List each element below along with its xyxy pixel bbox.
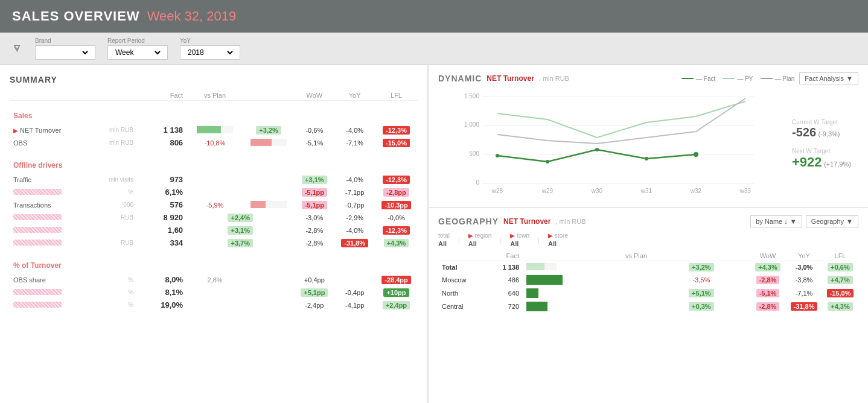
brand-select[interactable] <box>35 45 95 60</box>
vsplan-badge: +3,2% <box>256 126 281 135</box>
vsplan-badge-central: +0,3% <box>689 302 714 311</box>
sales-section-label: Sales <box>13 112 414 120</box>
dynamic-chart-section: DYNAMIC NET Turnover , mln RUB — Fact — … <box>429 65 868 208</box>
row-label-redacted3 <box>10 224 95 236</box>
geo-row-bar-central <box>523 300 653 313</box>
row-label-traffic: Traffic <box>10 173 95 186</box>
dropdown-arrow-icon: ▼ <box>846 75 853 82</box>
geography-dropdown[interactable]: Geography ▼ <box>806 215 858 227</box>
lfl-badge-moscow: +4,7% <box>828 276 853 284</box>
sort-dropdown[interactable]: by Name ↓ ▼ <box>750 215 802 227</box>
chart-title-main: DYNAMIC <box>438 74 482 83</box>
report-period-select[interactable]: Week <box>107 45 168 60</box>
page-title-main: SALES OVERVIEW <box>12 8 140 24</box>
lfl-badge-traffic: -12,3% <box>383 176 410 184</box>
row-vsplan-pct-net-turnover: +3,2% <box>243 124 294 136</box>
col-header-label <box>10 90 95 101</box>
svg-text:w29: w29 <box>541 188 554 194</box>
lfl-badge-transactions: -10,3pp <box>381 201 411 209</box>
brand-filter-label: Brand <box>35 37 95 44</box>
row-wow-obs-share: +0,4pp <box>294 273 334 286</box>
legend-label-fact: — Fact <box>696 75 715 82</box>
row-lfl-turn-red2: +2,4pp <box>375 299 418 311</box>
fact-analysis-dropdown[interactable]: Fact Analysis ▼ <box>799 72 858 84</box>
geo-col-fact: Fact <box>487 251 523 261</box>
brand-filter-group: Brand <box>35 37 95 60</box>
filter-total-value[interactable]: All <box>438 240 450 247</box>
report-period-filter-group: Report Period Week <box>107 37 168 60</box>
yoy-dropdown[interactable]: 2018 <box>185 48 235 57</box>
filter-total: total All <box>438 232 450 247</box>
row-lfl-traffic: -12,3% <box>375 173 418 186</box>
svg-point-15 <box>546 160 549 163</box>
geo-header: GEOGRAPHY NET Turnover , mln RUB by Name… <box>438 215 858 227</box>
geography-dropdown-label: Geography <box>811 218 844 225</box>
lfl-badge-total: +0,6% <box>828 263 853 271</box>
svg-text:w33: w33 <box>739 188 752 194</box>
geo-row-yoy-total: -3,0% <box>786 261 822 274</box>
report-period-label: Report Period <box>107 37 168 44</box>
svg-text:1 500: 1 500 <box>464 93 479 100</box>
geo-col-yoy: YoY <box>786 251 822 261</box>
svg-text:w30: w30 <box>591 188 603 194</box>
geo-row-lfl-north: -15,0% <box>822 287 858 300</box>
filter-region-value[interactable]: All <box>468 240 492 247</box>
chart-title-colored: NET Turnover <box>487 74 534 83</box>
table-row: ▶ NET Turnover mln RUB 1 138 +3,2% -0,6%… <box>10 124 418 136</box>
geo-row-vsplan-pct-total: +3,2% <box>653 261 750 274</box>
lfl-badge-redacted4: +4,3% <box>384 239 409 247</box>
filter-town-value[interactable]: All <box>510 240 529 247</box>
row-vsplan-redacted3: +3,1% <box>187 224 294 236</box>
lfl-badge-north: -15,0% <box>827 289 854 297</box>
fact-analysis-label: Fact Analysis <box>805 75 844 82</box>
svg-point-16 <box>595 148 599 151</box>
next-target-value-row: +922 (+17,9%) <box>792 154 858 170</box>
row-label-redacted4 <box>10 236 95 249</box>
table-row: % 19,0% -2,4pp -4,1pp +2,4pp <box>10 299 418 311</box>
geo-row-yoy-central: -31,8% <box>786 300 822 313</box>
brand-dropdown[interactable] <box>40 48 90 57</box>
col-header-empty <box>243 90 294 101</box>
row-yoy-obs-share <box>334 273 375 286</box>
row-label-turn-red1 <box>10 286 95 299</box>
geo-row-fact-total: 1 138 <box>487 261 523 274</box>
row-yoy-redacted3: -4,0% <box>334 224 375 236</box>
filter-separator2: | <box>500 236 502 244</box>
svg-text:w31: w31 <box>640 188 653 194</box>
filter-store-value[interactable]: All <box>548 240 568 247</box>
geo-row-fact-central: 720 <box>487 300 523 313</box>
row-fact-redacted1: 6,1% <box>137 186 187 198</box>
geo-filter-row: total All | ▶ region All | ▶ town All <box>438 232 858 247</box>
legend-py: — PY <box>723 75 753 82</box>
chart-header: DYNAMIC NET Turnover , mln RUB — Fact — … <box>438 72 858 84</box>
summary-panel: SUMMARY Fact vs Plan WoW YoY LFL <box>0 65 429 403</box>
filter-town-label: ▶ town <box>510 232 529 239</box>
geo-col-lfl: LFL <box>822 251 858 261</box>
turnover-section-label: % of Turnover <box>13 261 414 270</box>
chart-targets: Current W Target -526 (-9,3%) Next W Tar… <box>786 89 858 200</box>
filter-bar: ⛛ Brand Report Period Week YoY 2018 <box>0 33 868 65</box>
wow-badge-transactions: -5,1pp <box>302 201 327 209</box>
wow-badge-redacted1: -5,1pp <box>302 188 327 197</box>
yoy-select[interactable]: 2018 <box>180 45 240 60</box>
current-target: Current W Target -526 (-9,3%) <box>792 119 858 139</box>
filter-store-label: ▶ store <box>548 232 568 239</box>
filter-total-label: total <box>438 232 450 239</box>
vsplan-badge-total: +3,2% <box>689 263 714 271</box>
main-layout: SUMMARY Fact vs Plan WoW YoY LFL <box>0 65 868 403</box>
geo-row-label-central: Central <box>438 300 487 313</box>
row-vsplan-traffic <box>187 173 294 186</box>
yoy-filter-group: YoY 2018 <box>180 37 240 60</box>
right-panel: DYNAMIC NET Turnover , mln RUB — Fact — … <box>429 65 868 403</box>
row-lfl-net-turnover: -12,3% <box>375 124 418 136</box>
town-arrow-icon: ▶ <box>510 232 515 239</box>
geo-table: Fact vs Plan WoW YoY LFL Total 1 138 <box>438 251 858 313</box>
wow-badge-total: +4,3% <box>755 263 780 271</box>
next-target-pct: (+17,9%) <box>824 160 851 168</box>
table-row: OBS share % 8,0% 2,8% +0,4pp -28,4pp <box>10 273 418 286</box>
geo-subtitle: , mln RUB <box>555 218 586 225</box>
table-row: Traffic mln visits 973 +3,1% -4,0% -12,3… <box>10 173 418 186</box>
report-period-dropdown[interactable]: Week <box>113 48 162 57</box>
current-target-value: -526 <box>792 125 816 139</box>
col-header-fact: Fact <box>137 90 187 101</box>
